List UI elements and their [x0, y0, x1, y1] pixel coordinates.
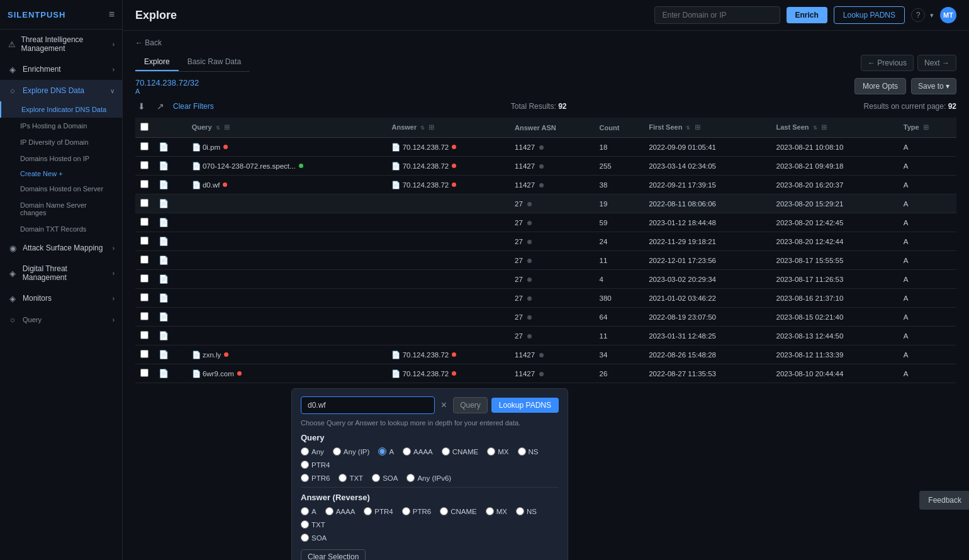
- answer-cell[interactable]: 📄 70.124.238.72: [391, 162, 505, 171]
- next-button[interactable]: Next →: [917, 55, 956, 71]
- radio-any-ipv6-input[interactable]: [406, 474, 415, 482]
- radio-ans-cname[interactable]: CNAME: [440, 507, 477, 515]
- select-all-checkbox[interactable]: [140, 123, 148, 131]
- domain-ip-search-input[interactable]: [654, 6, 780, 24]
- radio-ans-txt[interactable]: TXT: [301, 520, 325, 529]
- radio-soa-input[interactable]: [372, 474, 380, 482]
- radio-ans-txt-input[interactable]: [301, 520, 309, 529]
- radio-ans-mx[interactable]: MX: [486, 507, 507, 515]
- row-checkbox[interactable]: [140, 161, 148, 169]
- radio-ptr4[interactable]: PTR4: [301, 461, 330, 469]
- create-new-button[interactable]: Create New +: [0, 167, 122, 181]
- row-checkbox[interactable]: [140, 180, 148, 188]
- radio-ans-ns[interactable]: NS: [516, 507, 537, 515]
- radio-aaaa[interactable]: AAAA: [403, 447, 433, 456]
- help-icon[interactable]: ?: [911, 8, 925, 22]
- previous-button[interactable]: ← Previous: [861, 55, 914, 71]
- feedback-button[interactable]: Feedback: [919, 491, 969, 510]
- radio-any-ipv6[interactable]: Any (IPv6): [406, 474, 451, 482]
- last-seen-filter-icon[interactable]: ⊞: [821, 123, 827, 131]
- row-checkbox[interactable]: [140, 255, 148, 264]
- row-checkbox[interactable]: [140, 331, 148, 339]
- radio-cname-input[interactable]: [442, 447, 450, 456]
- answer-filter-icon[interactable]: ⊞: [428, 123, 434, 131]
- radio-ans-a[interactable]: A: [301, 507, 316, 515]
- radio-ans-soa-input[interactable]: [301, 534, 309, 542]
- lookup-padns-small-button[interactable]: Lookup PADNS: [491, 398, 559, 413]
- lookup-padns-button[interactable]: Lookup PADNS: [834, 6, 905, 24]
- radio-ans-aaaa[interactable]: AAAA: [325, 507, 356, 515]
- dropdown-icon[interactable]: ▾: [930, 11, 934, 20]
- radio-any-input[interactable]: [301, 447, 309, 456]
- sidebar-subitem-explore-indicator[interactable]: Explore Indicator DNS Data: [0, 101, 122, 118]
- radio-aaaa-input[interactable]: [403, 447, 411, 456]
- row-checkbox[interactable]: [140, 312, 148, 320]
- query-dropdown-clear-button[interactable]: ×: [439, 400, 449, 411]
- row-checkbox[interactable]: [140, 293, 148, 301]
- sidebar-item-explore-dns[interactable]: ○ Explore DNS Data ∨: [0, 80, 122, 101]
- row-checkbox[interactable]: [140, 237, 148, 245]
- type-filter-icon[interactable]: ⊞: [923, 123, 929, 131]
- row-checkbox[interactable]: [140, 218, 148, 226]
- query-button[interactable]: Query: [453, 397, 488, 413]
- answer-sort-icon[interactable]: ⇅: [420, 125, 425, 131]
- radio-cname[interactable]: CNAME: [442, 447, 479, 456]
- sidebar-item-digital-threat[interactable]: ◈ Digital Threat Management ›: [0, 259, 122, 288]
- radio-txt-input[interactable]: [339, 474, 347, 482]
- radio-ans-ptr6[interactable]: PTR6: [402, 507, 431, 515]
- radio-ans-soa[interactable]: SOA: [301, 534, 327, 542]
- radio-any[interactable]: Any: [301, 447, 324, 456]
- row-checkbox[interactable]: [140, 199, 148, 207]
- radio-mx[interactable]: MX: [487, 447, 508, 456]
- query-cell[interactable]: 📄 0i.pm: [192, 143, 382, 152]
- radio-ans-cname-input[interactable]: [440, 507, 448, 515]
- sidebar-item-adv-query[interactable]: ○ Query ›: [0, 309, 122, 330]
- radio-ans-a-input[interactable]: [301, 507, 309, 515]
- query-cell[interactable]: 📄 070-124-238-072.res.spect...: [192, 162, 382, 171]
- query-filter-icon[interactable]: ⊞: [224, 123, 230, 131]
- sidebar-item-enrichment[interactable]: ◈ Enrichment ›: [0, 59, 122, 80]
- radio-any-ip-input[interactable]: [333, 447, 341, 456]
- tab-explore[interactable]: Explore: [135, 53, 179, 71]
- radio-ans-ptr4[interactable]: PTR4: [364, 507, 393, 515]
- radio-ans-ptr4-input[interactable]: [364, 507, 372, 515]
- radio-ptr4-input[interactable]: [301, 461, 309, 469]
- enrich-button[interactable]: Enrich: [787, 7, 827, 23]
- save-to-button[interactable]: Save to ▾: [911, 78, 956, 94]
- radio-a-input[interactable]: [378, 447, 386, 456]
- more-opts-button[interactable]: More Opts: [854, 78, 906, 94]
- sidebar-subitem-domain-name-server[interactable]: Domain Name Server changes: [0, 197, 122, 221]
- sidebar-item-threat-intel[interactable]: ⚠ Threat Intelligence Management ›: [0, 30, 122, 59]
- radio-ans-aaaa-input[interactable]: [325, 507, 333, 515]
- radio-ans-mx-input[interactable]: [486, 507, 494, 515]
- hamburger-icon[interactable]: ≡: [109, 9, 115, 20]
- last-seen-sort-icon[interactable]: ⇅: [813, 125, 817, 131]
- clear-filters-button[interactable]: Clear Filters: [173, 101, 214, 112]
- query-cell[interactable]: 📄 zxn.ly: [192, 350, 382, 359]
- radio-soa[interactable]: SOA: [372, 474, 398, 482]
- sidebar-subitem-ips-hosting[interactable]: IPs Hosting a Domain: [0, 118, 122, 134]
- sidebar-item-monitors[interactable]: ◈ Monitors ›: [0, 288, 122, 309]
- radio-any-ip[interactable]: Any (IP): [333, 447, 370, 456]
- sidebar-subitem-domains-hosted-server[interactable]: Domains Hosted on Server: [0, 181, 122, 197]
- back-link[interactable]: ← Back: [135, 38, 956, 47]
- radio-mx-input[interactable]: [487, 447, 495, 456]
- row-checkbox[interactable]: [140, 274, 148, 283]
- radio-a[interactable]: A: [378, 447, 394, 456]
- row-checkbox[interactable]: [140, 369, 148, 377]
- sidebar-item-attack-surface[interactable]: ◉ Attack Surface Mapping ›: [0, 237, 122, 259]
- clear-selection-button[interactable]: Clear Selection: [301, 549, 366, 560]
- row-checkbox[interactable]: [140, 350, 148, 358]
- answer-cell[interactable]: 📄 70.124.238.72: [391, 350, 505, 359]
- radio-txt[interactable]: TXT: [339, 474, 363, 482]
- radio-ptr6[interactable]: PTR6: [301, 474, 330, 482]
- radio-ans-ptr6-input[interactable]: [402, 507, 410, 515]
- row-checkbox[interactable]: [140, 142, 148, 150]
- sidebar-subitem-domain-txt[interactable]: Domain TXT Records: [0, 221, 122, 237]
- query-sort-icon[interactable]: ⇅: [216, 125, 220, 131]
- radio-ns-input[interactable]: [518, 447, 526, 456]
- download-icon[interactable]: ⬇: [135, 100, 148, 113]
- export-icon[interactable]: ↗: [154, 100, 167, 113]
- radio-ptr6-input[interactable]: [301, 474, 309, 482]
- radio-ns[interactable]: NS: [518, 447, 539, 456]
